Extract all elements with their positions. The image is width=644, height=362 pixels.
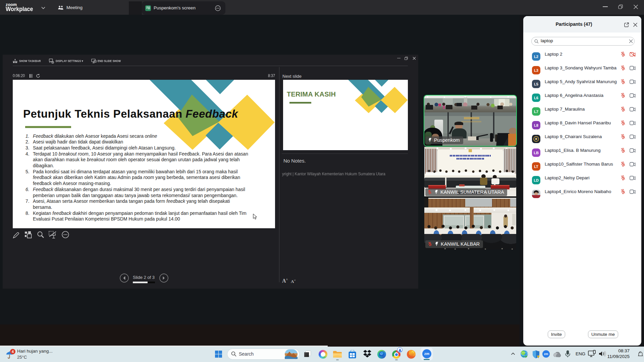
svg-text:!: ! — [538, 356, 539, 358]
